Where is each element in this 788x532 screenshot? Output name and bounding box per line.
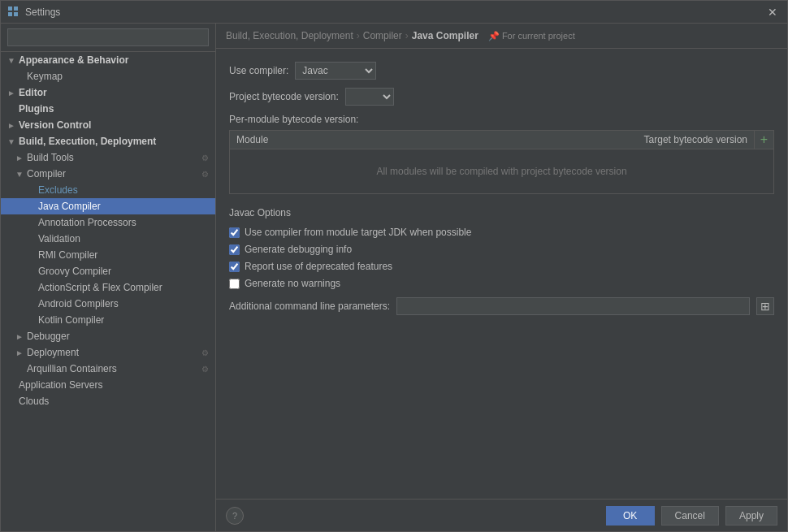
per-module-label: Per-module bytecode version: — [229, 114, 774, 125]
sidebar-item-application-servers[interactable]: Application Servers — [1, 377, 215, 393]
use-module-target-checkbox[interactable] — [229, 227, 240, 238]
sidebar-item-build-tools[interactable]: ► Build Tools ⚙ — [1, 149, 215, 166]
breadcrumb: Build, Execution, Deployment › Compiler … — [216, 24, 787, 49]
breadcrumb-current: Java Compiler — [412, 30, 478, 41]
cancel-button[interactable]: Cancel — [661, 506, 719, 526]
sidebar-item-annotation-processors[interactable]: Annotation Processors — [1, 214, 215, 231]
sidebar-item-label: Appearance & Behavior — [19, 54, 128, 66]
sidebar-item-label: Kotlin Compiler — [38, 314, 104, 326]
svg-rect-3 — [14, 12, 18, 16]
sidebar-item-label: Deployment — [27, 347, 79, 358]
window-title: Settings — [25, 6, 764, 18]
sidebar-item-keymap[interactable]: Keymap — [1, 68, 215, 84]
gen-debug-label: Generate debugging info — [245, 244, 352, 255]
sidebar-item-compiler[interactable]: ▼ Compiler ⚙ — [1, 166, 215, 182]
expand-arrow: ► — [15, 332, 27, 341]
compiler-select[interactable]: Javac Eclipse Ajc — [295, 62, 376, 80]
sidebar-item-clouds[interactable]: Clouds — [1, 393, 215, 409]
sidebar-item-label: Build Tools — [27, 152, 74, 163]
report-deprecated-label: Report use of deprecated features — [245, 261, 392, 272]
cmd-input[interactable] — [396, 297, 750, 315]
bytecode-select[interactable] — [345, 88, 394, 106]
report-deprecated-checkbox[interactable] — [229, 262, 240, 272]
no-warnings-label: Generate no warnings — [245, 278, 340, 289]
bytecode-form-row: Project bytecode version: — [229, 88, 774, 106]
sidebar-item-label: Keymap — [27, 71, 63, 82]
sidebar-item-label: Plugins — [19, 103, 54, 115]
sidebar-item-actionscript-compiler[interactable]: ActionScript & Flex Compiler — [1, 279, 215, 296]
ok-button[interactable]: OK — [606, 506, 655, 526]
sidebar-item-plugins[interactable]: Plugins — [1, 101, 215, 117]
add-module-button[interactable]: + — [754, 131, 773, 149]
search-box — [1, 24, 215, 52]
sidebar-item-arquillian[interactable]: Arquillian Containers ⚙ — [1, 361, 215, 377]
sidebar-item-label: Groovy Compiler — [38, 266, 111, 277]
sidebar-item-validation[interactable]: Validation — [1, 231, 215, 247]
sidebar-item-excludes[interactable]: Excludes — [1, 182, 215, 198]
sidebar-item-deployment[interactable]: ► Deployment ⚙ — [1, 344, 215, 361]
sidebar-item-label: Version Control — [19, 119, 91, 131]
settings-content: Use compiler: Javac Eclipse Ajc Project … — [216, 49, 787, 499]
sidebar-item-label: Java Compiler — [38, 201, 101, 212]
sidebar-item-android-compilers[interactable]: Android Compilers — [1, 296, 215, 312]
breadcrumb-sep2: › — [405, 30, 409, 41]
expand-arrow: ▼ — [15, 170, 27, 179]
sidebar-item-label: Validation — [38, 233, 80, 244]
checkbox-no-warnings: Generate no warnings — [229, 278, 774, 289]
cmd-expand-button[interactable]: ⊞ — [756, 297, 774, 315]
sidebar-item-groovy-compiler[interactable]: Groovy Compiler — [1, 263, 215, 279]
apply-button[interactable]: Apply — [725, 506, 777, 526]
sidebar-item-label: Clouds — [19, 396, 49, 407]
titlebar: Settings ✕ — [1, 1, 787, 24]
sidebar-item-rmi-compiler[interactable]: RMI Compiler — [1, 247, 215, 263]
sidebar-item-label: Debugger — [27, 331, 70, 342]
config-icon: ⚙ — [201, 170, 209, 179]
sidebar: ▼ Appearance & Behavior Keymap ► Editor … — [1, 24, 216, 531]
compiler-label: Use compiler: — [229, 65, 288, 76]
expand-arrow: ► — [15, 348, 27, 357]
breadcrumb-part2: Compiler — [363, 30, 402, 41]
config-icon: ⚙ — [201, 348, 209, 357]
sidebar-item-editor[interactable]: ► Editor — [1, 84, 215, 101]
expand-arrow: ▼ — [7, 56, 19, 65]
sidebar-item-build-execution[interactable]: ▼ Build, Execution, Deployment — [1, 133, 215, 149]
config-icon: ⚙ — [201, 154, 209, 162]
expand-arrow: ► — [15, 154, 27, 162]
col-module: Module — [230, 131, 591, 149]
javac-options-title: Javac Options — [229, 207, 774, 218]
app-icon — [7, 6, 20, 19]
svg-rect-2 — [8, 12, 12, 16]
table-empty-message: All modules will be compiled with projec… — [230, 149, 773, 193]
breadcrumb-pin: 📌 For current project — [488, 31, 575, 41]
svg-rect-0 — [8, 6, 12, 11]
use-module-target-label: Use compiler from module target JDK when… — [245, 227, 471, 238]
sidebar-item-label: Excludes — [38, 184, 78, 196]
sidebar-item-version-control[interactable]: ► Version Control — [1, 117, 215, 133]
sidebar-item-label: Android Compilers — [38, 298, 119, 309]
search-input[interactable] — [7, 28, 209, 46]
sidebar-item-label: Editor — [19, 87, 47, 98]
checkbox-report-deprecated: Report use of deprecated features — [229, 261, 774, 272]
no-warnings-checkbox[interactable] — [229, 279, 240, 289]
sidebar-item-appearance-behavior[interactable]: ▼ Appearance & Behavior — [1, 52, 215, 68]
sidebar-item-label: Compiler — [27, 168, 66, 179]
close-button[interactable]: ✕ — [764, 4, 781, 20]
breadcrumb-part1: Build, Execution, Deployment — [226, 30, 353, 41]
sidebar-item-label: Arquillian Containers — [27, 363, 117, 374]
config-icon: ⚙ — [201, 365, 209, 374]
gen-debug-checkbox[interactable] — [229, 244, 240, 255]
sidebar-item-kotlin-compiler[interactable]: Kotlin Compiler — [1, 312, 215, 328]
sidebar-item-debugger[interactable]: ► Debugger — [1, 328, 215, 344]
bytecode-label: Project bytecode version: — [229, 91, 339, 102]
help-button[interactable]: ? — [226, 507, 244, 525]
checkbox-use-module-target: Use compiler from module target JDK when… — [229, 227, 774, 238]
main-content: ▼ Appearance & Behavior Keymap ► Editor … — [1, 24, 787, 531]
per-module-table: Module Target bytecode version + All mod… — [229, 130, 774, 194]
cmd-label: Additional command line parameters: — [229, 301, 390, 312]
sidebar-item-label: RMI Compiler — [38, 249, 97, 261]
sidebar-item-label: Build, Execution, Deployment — [19, 136, 156, 147]
sidebar-item-java-compiler[interactable]: Java Compiler — [1, 198, 215, 214]
cmd-params-row: Additional command line parameters: ⊞ — [229, 297, 774, 315]
col-target: Target bytecode version — [591, 131, 754, 149]
checkbox-gen-debug: Generate debugging info — [229, 244, 774, 255]
